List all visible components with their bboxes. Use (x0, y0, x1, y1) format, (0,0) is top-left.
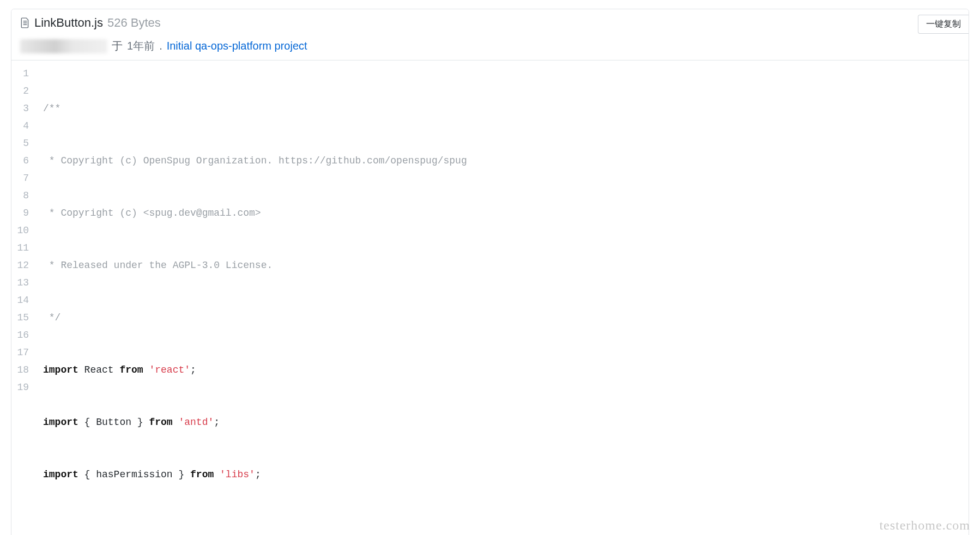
code-token: { Button } (78, 417, 149, 428)
line-number: 2 (17, 82, 33, 100)
code-token: */ (43, 312, 61, 323)
code-token: /** (43, 103, 61, 114)
line-number: 19 (17, 379, 33, 396)
code-token: from (190, 469, 214, 480)
line-number: 15 (17, 309, 33, 326)
line-number: 12 (17, 257, 33, 274)
code-token: ; (255, 469, 261, 480)
code-token: 'react' (143, 364, 190, 375)
code-area: 1 2 3 4 5 6 7 8 9 10 11 12 13 14 15 16 1… (11, 60, 969, 535)
code-token: * Copyright (c) OpenSpug Organization. h… (43, 155, 467, 166)
file-header: LinkButton.js 526 Bytes 一键复制 于 1年前 . Ini… (11, 9, 969, 60)
code-token: React (78, 364, 120, 375)
code-token: ; (214, 417, 220, 428)
code-token: ; (190, 364, 196, 375)
commit-time-prefix: 于 (112, 39, 123, 53)
code-token: { hasPermission } (78, 469, 190, 480)
file-size: 526 Bytes (107, 16, 161, 30)
commit-message-link[interactable]: Initial qa-ops-platform project (167, 40, 307, 52)
commit-info-row: 于 1年前 . Initial qa-ops-platform project (20, 39, 960, 53)
code-token: import (43, 417, 78, 428)
file-container: LinkButton.js 526 Bytes 一键复制 于 1年前 . Ini… (11, 9, 969, 535)
line-number: 17 (17, 344, 33, 361)
file-title-row: LinkButton.js 526 Bytes (20, 16, 960, 30)
copy-button[interactable]: 一键复制 (918, 15, 969, 34)
line-number: 5 (17, 135, 33, 152)
commit-time: 1年前 (127, 39, 155, 53)
code-token: import (43, 469, 78, 480)
line-number: 8 (17, 187, 33, 204)
line-number: 10 (17, 222, 33, 239)
line-number: 9 (17, 204, 33, 222)
code-token: import (43, 364, 78, 375)
code-token: * Released under the AGPL-3.0 License. (43, 260, 273, 271)
code-token: from (149, 417, 172, 428)
line-number: 4 (17, 117, 33, 135)
file-name: LinkButton.js (34, 16, 103, 30)
commit-separator: . (159, 40, 162, 52)
line-number: 1 (17, 65, 33, 82)
author-avatar-blurred (20, 39, 107, 53)
line-number: 18 (17, 361, 33, 379)
file-icon (20, 17, 30, 28)
code-token: 'antd' (173, 417, 214, 428)
line-number: 7 (17, 169, 33, 187)
line-number-gutter: 1 2 3 4 5 6 7 8 9 10 11 12 13 14 15 16 1… (11, 60, 39, 535)
line-number: 6 (17, 152, 33, 169)
code-token: from (119, 364, 143, 375)
code-token: 'libs' (214, 469, 255, 480)
line-number: 11 (17, 239, 33, 257)
line-number: 14 (17, 291, 33, 309)
line-number: 16 (17, 326, 33, 344)
code-token: * Copyright (c) <spug.dev@gmail.com> (43, 208, 261, 218)
line-number: 13 (17, 274, 33, 291)
code-content[interactable]: /** * Copyright (c) OpenSpug Organizatio… (39, 60, 969, 535)
line-number: 3 (17, 100, 33, 117)
